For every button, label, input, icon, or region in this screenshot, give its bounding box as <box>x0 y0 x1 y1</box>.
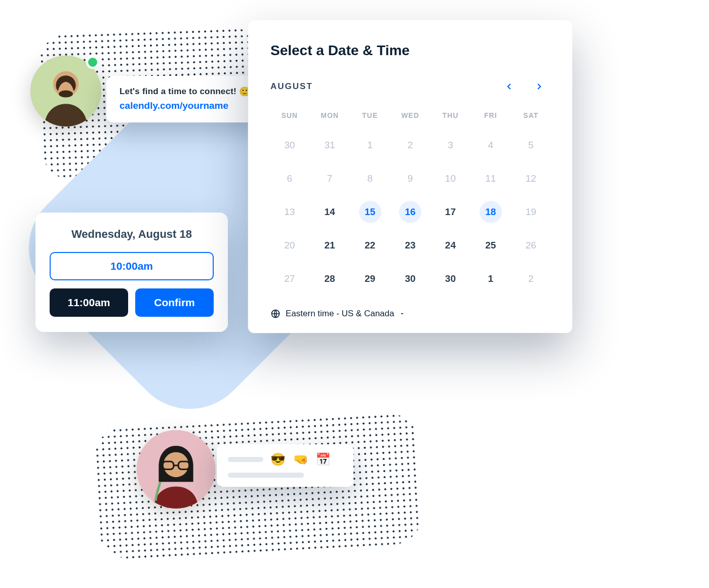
calendar-day-number: 12 <box>520 167 542 190</box>
calendar-day-number: 2 <box>399 134 421 156</box>
confirm-button[interactable]: Confirm <box>135 288 214 317</box>
calendar-day: 21 <box>310 231 348 260</box>
calendar-day: 10 <box>431 164 469 193</box>
calendar-day: 23 <box>391 231 429 260</box>
calendar-day-number: 28 <box>319 268 341 290</box>
time-picker-card: Wednesday, August 18 10:00am 11:00am Con… <box>35 213 228 332</box>
calendar-day: 30 <box>431 264 469 293</box>
day-of-week-header: SUN <box>270 107 308 127</box>
calendar-day-number: 19 <box>520 201 542 223</box>
calendar-day-number: 21 <box>319 234 341 257</box>
calendar-card: Select a Date & Time AUGUST SUNMONTUEWED… <box>248 20 572 333</box>
chevron-right-icon <box>535 82 544 91</box>
calendar-day: 19 <box>512 197 550 227</box>
calendar-day-number: 5 <box>520 134 542 156</box>
calendar-day: 31 <box>310 131 348 160</box>
calendar-day-number: 27 <box>279 268 301 290</box>
message-text: Let's find a time to connect! <box>120 87 237 96</box>
presence-indicator <box>86 56 99 69</box>
timezone-picker[interactable]: Eastern time - US & Canada <box>286 309 405 319</box>
calendar-day-number: 2 <box>520 268 542 290</box>
calendar-day: 22 <box>351 231 389 260</box>
calendar-day-number: 23 <box>399 234 421 257</box>
calendar-day-number: 8 <box>359 167 381 190</box>
month-label: AUGUST <box>270 81 498 92</box>
calendar-day-number: 13 <box>279 201 301 223</box>
calendar-day-number: 11 <box>480 167 502 190</box>
calendar-day: 25 <box>471 231 509 260</box>
calendar-day: 1 <box>351 131 389 160</box>
calendar-day-number: 1 <box>359 134 381 156</box>
calendar-day: 11 <box>471 164 509 193</box>
calendar-day: 3 <box>431 131 469 160</box>
calendar-day: 30 <box>270 131 308 160</box>
next-month-button[interactable] <box>529 76 550 97</box>
calendar-day-number: 15 <box>359 201 381 223</box>
calendar-day: 17 <box>431 197 469 227</box>
day-of-week-header: WED <box>391 107 429 127</box>
calendar-day[interactable]: 15 <box>351 197 389 227</box>
calendar-day-number: 30 <box>279 134 301 156</box>
calendar-day: 4 <box>471 131 509 160</box>
calendar-day-number: 18 <box>480 201 502 223</box>
calendar-day-number: 3 <box>439 134 461 156</box>
calendar-day-number: 14 <box>319 201 341 223</box>
calendar-day: 26 <box>512 231 550 260</box>
calendar-day: 24 <box>431 231 469 260</box>
calendar-day: 27 <box>270 264 308 293</box>
message-bubble: Let's find a time to connect! 🙂 calendly… <box>106 76 263 122</box>
selected-date-heading: Wednesday, August 18 <box>50 228 214 241</box>
calendar-day[interactable]: 16 <box>391 197 429 227</box>
calendar-day: 7 <box>310 164 348 193</box>
time-slot-10am[interactable]: 10:00am <box>50 252 214 280</box>
day-of-week-header: SAT <box>512 107 550 127</box>
calendar-day: 13 <box>270 197 308 227</box>
calendar-day-number: 4 <box>480 134 502 156</box>
calendar-day-number: 25 <box>480 234 502 257</box>
calendar-day: 2 <box>512 264 550 293</box>
svg-point-2 <box>59 91 73 98</box>
calendar-day: 5 <box>512 131 550 160</box>
calendly-link[interactable]: calendly.com/yourname <box>120 100 250 111</box>
calendar-day-number: 30 <box>399 268 421 290</box>
time-slot-11am-selected[interactable]: 11:00am <box>50 288 128 317</box>
calendar-day-number: 29 <box>359 268 381 290</box>
timezone-label: Eastern time - US & Canada <box>286 309 394 319</box>
calendar-day: 8 <box>351 164 389 193</box>
calendar-day-number: 30 <box>439 268 461 290</box>
caret-down-icon <box>399 311 405 317</box>
calendar-day: 9 <box>391 164 429 193</box>
day-of-week-header: THU <box>431 107 469 127</box>
calendar-day-number: 17 <box>439 201 461 223</box>
skeleton-line <box>228 457 263 462</box>
calendar-grid: SUNMONTUEWEDTHUFRISAT3031123456789101112… <box>270 107 550 293</box>
reply-bubble: 😎 🤜 📅 <box>217 444 353 487</box>
calendar-day: 2 <box>391 131 429 160</box>
calendar-day: 29 <box>351 264 389 293</box>
calendar-day: 30 <box>391 264 429 293</box>
calendar-day-number: 10 <box>439 167 461 190</box>
day-of-week-header: TUE <box>351 107 389 127</box>
calendar-title: Select a Date & Time <box>270 43 550 59</box>
calendar-day: 1 <box>471 264 509 293</box>
calendar-day-number: 31 <box>319 134 341 156</box>
person-icon <box>137 430 215 509</box>
calendar-day: 12 <box>512 164 550 193</box>
chevron-left-icon <box>504 82 514 91</box>
calendar-day-number: 1 <box>480 268 502 290</box>
skeleton-line <box>228 473 304 478</box>
globe-icon <box>270 309 281 319</box>
day-of-week-header: FRI <box>471 107 509 127</box>
calendar-day[interactable]: 18 <box>471 197 509 227</box>
calendar-day-number: 6 <box>279 167 301 190</box>
calendar-day: 28 <box>310 264 348 293</box>
reply-emojis: 😎 🤜 📅 <box>270 452 333 467</box>
day-of-week-header: MON <box>310 107 348 127</box>
calendar-day: 14 <box>310 197 348 227</box>
calendar-day-number: 20 <box>279 234 301 257</box>
calendar-day-number: 22 <box>359 234 381 257</box>
calendar-day-number: 26 <box>520 234 542 257</box>
prev-month-button[interactable] <box>498 76 520 97</box>
calendar-day-number: 7 <box>319 167 341 190</box>
avatar-user-2 <box>137 430 215 509</box>
